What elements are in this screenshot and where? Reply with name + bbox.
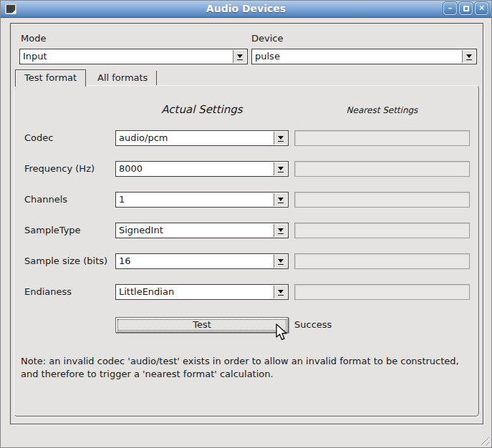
chevron-underline <box>237 59 243 60</box>
titlebar-buttons: – ✕ <box>443 2 488 15</box>
maximize-icon <box>463 6 469 11</box>
chevron-down-icon <box>466 54 472 58</box>
chevron-down-icon <box>237 54 243 58</box>
chevron-underline <box>466 59 472 60</box>
mode-combobox[interactable]: Input <box>19 49 248 64</box>
window-title: Audio Devices <box>1 3 491 14</box>
minimize-icon: – <box>448 4 453 13</box>
mode-combobox-dropdown[interactable] <box>233 50 246 63</box>
device-label: Device <box>251 33 283 44</box>
minimize-button[interactable]: – <box>443 2 457 15</box>
resize-grip[interactable] <box>478 434 489 445</box>
device-combobox[interactable]: pulse <box>251 49 477 64</box>
close-button[interactable]: ✕ <box>475 2 488 15</box>
mouse-cursor-icon <box>274 323 291 342</box>
titlebar[interactable]: Audio Devices – ✕ <box>1 1 491 18</box>
tab-pane <box>14 85 479 417</box>
mode-combobox-value: Input <box>23 51 47 62</box>
device-combobox-dropdown[interactable] <box>462 50 476 63</box>
audio-devices-window: Audio Devices – ✕ Mode Input Device puls… <box>0 0 492 448</box>
tab-test-format[interactable]: Test format <box>15 69 86 87</box>
close-icon: ✕ <box>478 4 485 13</box>
device-combobox-value: pulse <box>255 51 280 62</box>
maximize-button[interactable] <box>459 2 473 15</box>
tab-all-formats[interactable]: All formats <box>89 71 157 85</box>
mode-label: Mode <box>21 33 46 44</box>
